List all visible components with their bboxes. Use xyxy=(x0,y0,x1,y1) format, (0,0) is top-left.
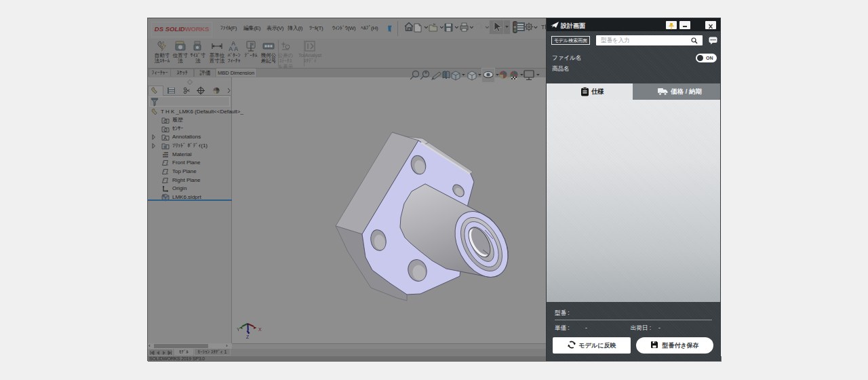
svg-text:Z: Z xyxy=(246,335,250,339)
svg-text:A: A xyxy=(234,45,239,52)
svg-text:A: A xyxy=(229,45,233,52)
svg-text:A: A xyxy=(163,136,167,140)
svg-text:Y: Y xyxy=(237,327,240,332)
svg-text:X: X xyxy=(258,327,262,332)
